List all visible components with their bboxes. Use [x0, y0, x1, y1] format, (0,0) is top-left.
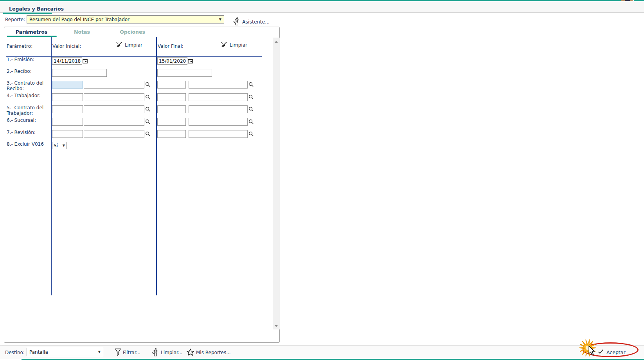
lookup-code-input-final[interactable]: [157, 118, 186, 126]
clear-final-label: Limpiar: [230, 42, 247, 48]
param-label: 7.- Revisión:: [7, 130, 51, 136]
exclude-v016-select[interactable]: Si▼: [52, 142, 67, 149]
search-icon[interactable]: [145, 131, 150, 136]
lookup-desc-input-final[interactable]: [189, 93, 248, 101]
param-label: 6.- Sucursal:: [7, 118, 51, 123]
broom-icon: [220, 41, 228, 49]
clear-final-button[interactable]: Limpiar: [220, 41, 247, 49]
clear-button[interactable]: Limpiar...: [151, 347, 182, 358]
lookup-desc-input-initial[interactable]: [84, 118, 144, 126]
active-tab-underline: [7, 36, 57, 37]
window-border: [1, 2, 1, 359]
exclude-v016-value: Si: [54, 143, 58, 148]
scroll-up-icon[interactable]: [275, 41, 278, 43]
my-reports-button[interactable]: Mis Reportes...: [187, 347, 231, 358]
calendar-icon[interactable]: [83, 58, 88, 63]
report-label: Reporte:: [5, 17, 25, 22]
chevron-down-icon: ▼: [219, 18, 221, 21]
lookup-desc-input-initial[interactable]: [84, 81, 144, 89]
lookup-desc-input-final[interactable]: [189, 130, 248, 138]
lookup-code-input-final[interactable]: [157, 93, 186, 101]
scroll-down-icon[interactable]: [275, 325, 278, 327]
lookup-code-input-final[interactable]: [157, 105, 186, 113]
param-row-cell: [52, 118, 150, 126]
report-select-value: Resumen del Pago del INCE por Trabajador: [29, 17, 130, 22]
param-label: 8.- Excluir V016: [7, 142, 51, 147]
wizard-icon: [151, 348, 159, 358]
window-tab-legales-y-bancarios[interactable]: Legales y Bancarios: [9, 6, 64, 12]
scrollbar[interactable]: [273, 38, 280, 329]
destination-select[interactable]: Pantalla ▼: [27, 348, 103, 356]
search-icon[interactable]: [145, 119, 150, 124]
search-icon[interactable]: [248, 119, 254, 124]
text-input-final[interactable]: [157, 69, 212, 77]
assistant-button-label: Asistente...: [242, 19, 270, 25]
column-divider: [156, 37, 157, 295]
tab-opciones[interactable]: Opciones: [107, 27, 158, 37]
lookup-desc-input-initial[interactable]: [84, 130, 144, 138]
lookup-code-input-initial[interactable]: [52, 105, 83, 113]
param-row-cell: [157, 130, 254, 138]
param-row-cell: [52, 57, 88, 65]
param-label: 1.- Emisión:: [7, 57, 51, 63]
text-input-initial[interactable]: [52, 69, 107, 77]
param-row-cell: [157, 93, 254, 101]
search-icon[interactable]: [248, 131, 254, 136]
lookup-desc-input-initial[interactable]: [84, 93, 144, 101]
param-row-cell: [157, 105, 254, 113]
tab-notas-label: Notas: [74, 29, 90, 35]
search-icon[interactable]: [145, 107, 150, 112]
filter-button[interactable]: Filtrar...: [115, 347, 140, 358]
lookup-code-input-initial[interactable]: [52, 81, 83, 89]
param-label: 3.- Contrato del Recibo:: [7, 81, 51, 92]
clear-initial-label: Limpiar: [125, 42, 142, 48]
filter-button-label: Filtrar...: [123, 350, 140, 355]
tab-opciones-label: Opciones: [120, 29, 145, 35]
param-column-header: Parámetro:: [7, 43, 32, 49]
active-tab-underline: [3, 13, 52, 14]
lookup-desc-input-final[interactable]: [189, 105, 248, 113]
search-icon[interactable]: [145, 94, 150, 99]
assistant-button[interactable]: Asistente...: [232, 17, 270, 27]
destination-label: Destino:: [5, 350, 25, 355]
chevron-down-icon: ▼: [98, 351, 101, 354]
date-input-initial[interactable]: [52, 57, 82, 65]
footer-toolbar: Destino: Pantalla ▼ Filtrar... Limpiar..…: [0, 346, 644, 359]
date-input-final[interactable]: [157, 57, 187, 65]
lookup-desc-input-initial[interactable]: [84, 105, 144, 113]
search-icon[interactable]: [145, 82, 150, 87]
param-label: 2.- Recibo:: [7, 69, 51, 74]
search-icon[interactable]: [248, 107, 254, 112]
lookup-code-input-final[interactable]: [157, 130, 186, 138]
tab-notas[interactable]: Notas: [57, 27, 107, 37]
column-divider: [51, 37, 52, 295]
param-row-cell: [52, 130, 150, 138]
param-label: 4.- Trabajador:: [7, 93, 51, 99]
funnel-icon: [115, 348, 121, 357]
lookup-desc-input-final[interactable]: [189, 118, 248, 126]
lookup-code-input-initial[interactable]: [52, 130, 83, 138]
report-parameters-panel: Parámetros Notas Opciones Parámetro: Val…: [4, 27, 280, 343]
lookup-code-input-final[interactable]: [157, 81, 186, 89]
window-tab-strip: Legales y Bancarios: [0, 1, 644, 13]
lookup-desc-input-final[interactable]: [189, 81, 248, 89]
clear-button-label: Limpiar...: [161, 350, 182, 355]
clear-initial-button[interactable]: Limpiar: [115, 41, 142, 49]
search-icon[interactable]: [248, 94, 254, 99]
lookup-code-input-initial[interactable]: [52, 93, 83, 101]
param-label: 5.- Contrato del Trabajador:: [7, 105, 51, 116]
wizard-icon: [232, 17, 240, 27]
param-row-cell: Si▼: [52, 142, 67, 149]
param-row-cell: [52, 69, 107, 77]
param-row-cell: [52, 81, 150, 89]
final-column-header: Valor Final:: [158, 43, 183, 49]
initial-column-header: Valor Inicial:: [52, 43, 81, 49]
calendar-icon[interactable]: [188, 58, 193, 63]
tab-parametros-label: Parámetros: [16, 29, 48, 35]
param-row-cell: [157, 81, 254, 89]
search-icon[interactable]: [248, 82, 254, 87]
param-row-cell: [157, 118, 254, 126]
report-select[interactable]: Resumen del Pago del INCE por Trabajador…: [27, 15, 224, 24]
lookup-code-input-initial[interactable]: [52, 118, 83, 126]
param-row-cell: [52, 93, 150, 101]
